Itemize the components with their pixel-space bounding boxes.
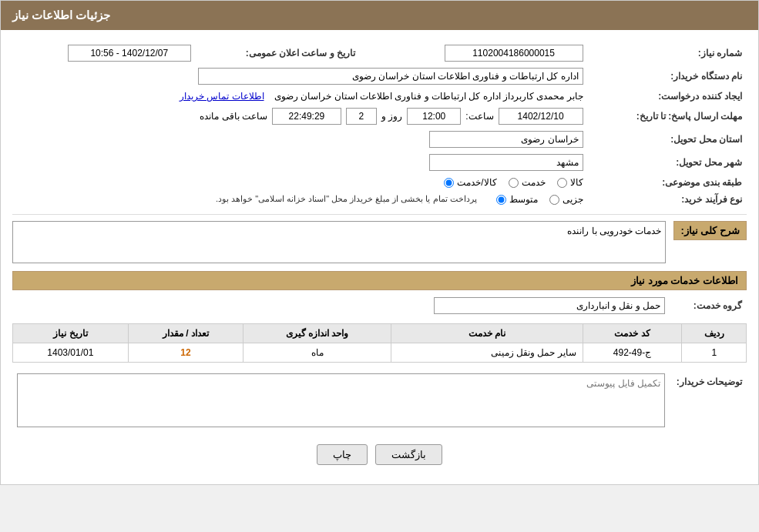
creator-label: ایجاد کننده درخواست: [588, 88, 747, 105]
process-radios: جزیی متوسط پرداخت تمام یا بخشی از مبلغ خ… [12, 191, 588, 208]
need-description-section-title: شرح کلی نیاز: [673, 221, 747, 240]
province-input[interactable] [429, 131, 583, 148]
row-creator: ایجاد کننده درخواست: جابر محمدی کاربرداز… [12, 88, 747, 105]
province-value [12, 128, 588, 151]
city-input[interactable] [429, 154, 583, 171]
need-number-label: شماره نیاز: [588, 42, 747, 65]
jozi-label: جزیی [563, 194, 583, 205]
buyer-notes-cell [12, 370, 670, 433]
creator-value: جابر محمدی کاربرداز اداره کل ارتباطات و … [12, 88, 588, 105]
creator-text: جابر محمدی کاربرداز اداره کل ارتباطات و … [274, 91, 583, 102]
row-need-number: شماره نیاز: تاریخ و ساعت اعلان عمومی: [12, 42, 747, 65]
process-note: پرداخت تمام یا بخشی از مبلغ خریداز محل "… [216, 194, 477, 204]
radio-jozi[interactable]: جزیی [549, 194, 583, 205]
category-label: طبقه بندی موضوعی: [588, 174, 747, 191]
radio-kala-khedmat-input[interactable] [444, 178, 454, 188]
services-table: ردیف کد خدمت نام خدمت واحد اندازه گیری ت… [12, 323, 747, 363]
table-row: 1 ج-49-492 سایر حمل ونقل زمینی ماه 12 14… [13, 343, 747, 363]
response-time-label: ساعت: [465, 111, 493, 122]
services-info-section-title: اطلاعات خدمات مورد نیاز [12, 271, 747, 290]
radio-khedmat-input[interactable] [509, 178, 519, 188]
cell-service-code: ج-49-492 [583, 343, 682, 363]
announce-date-value [12, 42, 196, 65]
print-button[interactable]: چاپ [317, 444, 368, 465]
info-table: شماره نیاز: تاریخ و ساعت اعلان عمومی: نا… [12, 42, 747, 208]
khedmat-label: خدمت [522, 177, 546, 188]
cell-quantity: 12 [128, 343, 243, 363]
remaining-time-input[interactable] [272, 108, 341, 125]
back-button[interactable]: بازگشت [375, 444, 442, 465]
cell-date: 1403/01/01 [13, 343, 129, 363]
service-group-label: گروه خدمت: [670, 294, 747, 317]
buyer-notes-label: توضیحات خریدار: [670, 370, 747, 433]
response-days-label: روز و [381, 111, 402, 122]
col-service-code: کد خدمت [583, 324, 682, 343]
cell-service-name: سایر حمل ونقل زمینی [391, 343, 583, 363]
motavaset-label: متوسط [509, 194, 538, 205]
deadline-label: مهلت ارسال پاسخ: تا تاریخ: [588, 105, 747, 128]
category-radios: کالا خدمت کالا/خدمت [12, 174, 588, 191]
need-number-value [383, 42, 587, 65]
buyer-notes-textarea[interactable] [17, 373, 665, 427]
city-value [12, 151, 588, 174]
announce-date-label: تاریخ و ساعت اعلان عمومی: [196, 42, 360, 65]
page-container: جزئیات اطلاعات نیاز شماره نیاز: تاریخ و … [0, 0, 759, 485]
response-days-input[interactable] [346, 108, 377, 125]
kala-khedmat-label: کالا/خدمت [457, 177, 496, 188]
province-label: استان محل تحویل: [588, 128, 747, 151]
buyer-org-value [12, 65, 588, 88]
cell-unit: ماه [243, 343, 391, 363]
radio-kala[interactable]: کالا [557, 177, 583, 188]
row-process: نوع فرآیند خرید: جزیی متوسط پرداخت تمام … [12, 191, 747, 208]
content-area: شماره نیاز: تاریخ و ساعت اعلان عمومی: نا… [1, 30, 758, 484]
col-unit: واحد اندازه گیری [243, 324, 391, 343]
need-description-textarea[interactable] [12, 221, 666, 263]
col-date: تاریخ نیاز [13, 324, 129, 343]
row-buyer-org: نام دستگاه خریدار: [12, 65, 747, 88]
service-group-input[interactable] [434, 297, 665, 314]
radio-motavaset-input[interactable] [496, 195, 506, 205]
col-service-name: نام خدمت [391, 324, 583, 343]
service-group-value [12, 294, 670, 317]
col-row-num: ردیف [682, 324, 747, 343]
announce-date-input[interactable] [68, 45, 191, 62]
page-title: جزئیات اطلاعات نیاز [12, 8, 110, 22]
response-date-input[interactable] [499, 108, 583, 125]
cell-row-num: 1 [682, 343, 747, 363]
deadline-value: ساعت: روز و ساعت باقی مانده [12, 105, 588, 128]
radio-jozi-input[interactable] [549, 195, 559, 205]
radio-khedmat[interactable]: خدمت [509, 177, 546, 188]
row-buyer-notes: توضیحات خریدار: [12, 370, 747, 433]
buyer-notes-table: توضیحات خریدار: [12, 370, 747, 433]
row-deadline: مهلت ارسال پاسخ: تا تاریخ: ساعت: روز و س… [12, 105, 747, 128]
city-label: شهر محل تحویل: [588, 151, 747, 174]
remaining-label: ساعت باقی مانده [200, 111, 267, 122]
contact-link[interactable]: اطلاعات تماس خریدار [180, 91, 264, 102]
row-category: طبقه بندی موضوعی: کالا خدمت کالا/خدمت [12, 174, 747, 191]
kala-label: کالا [570, 177, 583, 188]
buyer-org-label: نام دستگاه خریدار: [588, 65, 747, 88]
row-city: شهر محل تحویل: [12, 151, 747, 174]
row-service-group: گروه خدمت: [12, 294, 747, 317]
row-province: استان محل تحویل: [12, 128, 747, 151]
services-table-header: ردیف کد خدمت نام خدمت واحد اندازه گیری ت… [13, 324, 747, 343]
button-group: بازگشت چاپ [12, 444, 747, 465]
radio-motavaset[interactable]: متوسط [496, 194, 538, 205]
col-quantity: تعداد / مقدار [128, 324, 243, 343]
page-header: جزئیات اطلاعات نیاز [1, 1, 758, 30]
process-label: نوع فرآیند خرید: [588, 191, 747, 208]
buyer-org-input[interactable] [198, 68, 583, 85]
need-number-input[interactable] [445, 45, 583, 62]
response-time-input[interactable] [407, 108, 461, 125]
radio-kala-input[interactable] [557, 178, 567, 188]
radio-kala-khedmat[interactable]: کالا/خدمت [444, 177, 496, 188]
service-group-table: گروه خدمت: [12, 294, 747, 317]
